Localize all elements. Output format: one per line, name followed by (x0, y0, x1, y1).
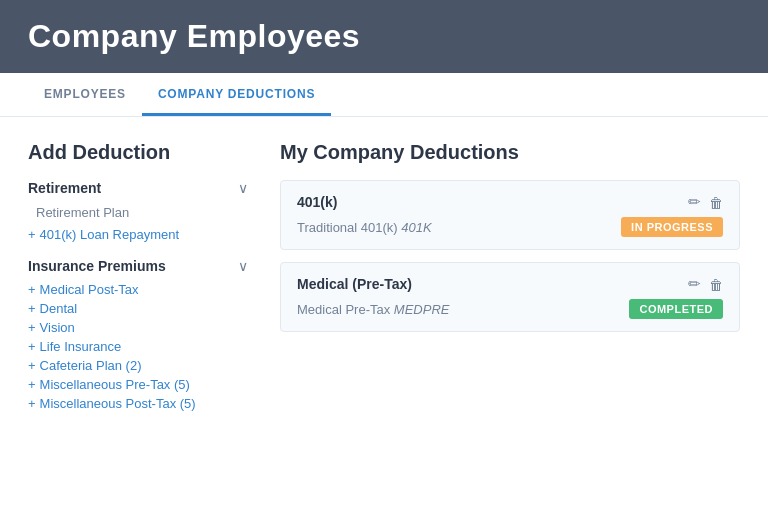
sidebar-title: Add Deduction (28, 141, 248, 164)
deductions-panel: My Company Deductions 401(k) Traditional… (280, 141, 740, 427)
deduction-card-medical: Medical (Pre-Tax) Medical Pre-Tax MEDPRE… (280, 262, 740, 332)
edit-icon-medical[interactable] (688, 275, 701, 293)
sidebar-item-dental[interactable]: + Dental (28, 299, 248, 318)
retirement-label: Retirement (28, 180, 101, 196)
chevron-down-icon-2: ∨ (238, 258, 248, 274)
card-subtitle-medical: Medical Pre-Tax MEDPRE (297, 302, 449, 317)
card-header-medical: Medical (Pre-Tax) (297, 275, 723, 293)
insurance-label: Insurance Premiums (28, 258, 166, 274)
sidebar-item-medical-post-tax[interactable]: + Medical Post-Tax (28, 280, 248, 299)
insurance-section-header[interactable]: Insurance Premiums ∨ (28, 258, 248, 274)
deduction-card-401k: 401(k) Traditional 401(k) 401K IN PROGRE… (280, 180, 740, 250)
sidebar-item-vision[interactable]: + Vision (28, 318, 248, 337)
card-title-401k: 401(k) (297, 194, 337, 210)
status-badge-medical: COMPLETED (629, 299, 723, 319)
panel-title: My Company Deductions (280, 141, 740, 164)
tab-company-deductions[interactable]: COMPANY DEDUCTIONS (142, 73, 331, 116)
sidebar-section-retirement: Retirement ∨ Retirement Plan + 401(k) Lo… (28, 180, 248, 244)
card-body-401k: Traditional 401(k) 401K IN PROGRESS (297, 217, 723, 237)
sidebar-item-misc-pre-tax[interactable]: + Miscellaneous Pre-Tax (5) (28, 375, 248, 394)
status-badge-401k: IN PROGRESS (621, 217, 723, 237)
content-area: Add Deduction Retirement ∨ Retirement Pl… (0, 117, 768, 451)
page-title: Company Employees (28, 18, 360, 54)
card-actions-401k (688, 193, 723, 211)
delete-icon-401k[interactable] (709, 194, 723, 211)
page-header: Company Employees (0, 0, 768, 73)
sidebar-item-cafeteria-plan[interactable]: + Cafeteria Plan (2) (28, 356, 248, 375)
plus-icon: + (28, 377, 36, 392)
plus-icon: + (28, 320, 36, 335)
sidebar-item-misc-post-tax[interactable]: + Miscellaneous Post-Tax (5) (28, 394, 248, 413)
chevron-down-icon: ∨ (238, 180, 248, 196)
plus-icon: + (28, 358, 36, 373)
sidebar-item-life-insurance[interactable]: + Life Insurance (28, 337, 248, 356)
add-deduction-sidebar: Add Deduction Retirement ∨ Retirement Pl… (28, 141, 248, 427)
sidebar-item-retirement-plan: Retirement Plan (28, 202, 248, 223)
tab-bar: EMPLOYEES COMPANY DEDUCTIONS (0, 73, 768, 117)
plus-icon: + (28, 282, 36, 297)
card-body-medical: Medical Pre-Tax MEDPRE COMPLETED (297, 299, 723, 319)
card-title-medical: Medical (Pre-Tax) (297, 276, 412, 292)
plus-icon: + (28, 396, 36, 411)
card-actions-medical (688, 275, 723, 293)
edit-icon-401k[interactable] (688, 193, 701, 211)
card-subtitle-401k: Traditional 401(k) 401K (297, 220, 432, 235)
sidebar-section-insurance: Insurance Premiums ∨ + Medical Post-Tax … (28, 258, 248, 413)
tab-employees[interactable]: EMPLOYEES (28, 73, 142, 116)
delete-icon-medical[interactable] (709, 276, 723, 293)
sidebar-item-401k-loan[interactable]: + 401(k) Loan Repayment (28, 225, 248, 244)
plus-icon: + (28, 301, 36, 316)
retirement-section-header[interactable]: Retirement ∨ (28, 180, 248, 196)
plus-icon: + (28, 227, 36, 242)
card-header-401k: 401(k) (297, 193, 723, 211)
plus-icon: + (28, 339, 36, 354)
